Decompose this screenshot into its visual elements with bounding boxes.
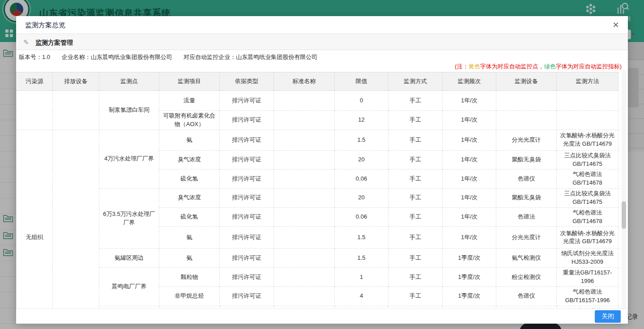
table-cell: 可吸附有机卤素化合物（AOX） <box>159 111 220 130</box>
table-cell <box>274 130 335 150</box>
section-header: ✎ 监测方案管理 <box>16 34 628 50</box>
table-header-cell: 监测方式 <box>388 72 443 91</box>
table-cell: 色谱仪 <box>496 287 557 306</box>
table-header-cell: 限值 <box>335 72 388 91</box>
table-row: 晨鸣电厂厂界颗粒物排污许可证1手工1季度/次粉尘检测仪重量法GB/T16157-… <box>17 268 618 287</box>
color-legend-note: (注：黄色字体为对应自动监控点，绿色字体为对应自动监控指标) <box>16 63 628 70</box>
close-icon[interactable]: ✕ <box>611 20 621 30</box>
table-cell: 排污许可证 <box>220 268 274 287</box>
table-cell: 气相色谱法 GB/T14678 <box>557 169 618 189</box>
table-cell: 次氯酸钠-水杨酸分光光度法 GB/T14679 <box>557 130 618 150</box>
close-button[interactable]: 关闭 <box>595 310 621 323</box>
table-cell: 手工 <box>388 227 443 249</box>
pen-icon: ✎ <box>23 34 29 51</box>
table-cell: 0.06 <box>335 207 388 227</box>
table-cell: 12 <box>335 111 388 130</box>
table-cell: 排污许可证 <box>220 287 274 306</box>
table-cell: 1年/次 <box>443 169 496 189</box>
table-cell: 手工 <box>388 207 443 227</box>
table-cell: 排污许可证 <box>220 91 274 111</box>
table-row: 氨罐区周边氨排污许可证1.5手工1季度/次氨气检测仪纳氏试剂分光光度法HJ533… <box>17 249 618 268</box>
table-cell: 聚酯无臭袋 <box>496 189 557 208</box>
table-cell: 臭气浓度 <box>159 189 220 208</box>
table-header-cell: 监测频次 <box>443 72 496 91</box>
table-cell: 气相色谱法 GB/T14678 <box>557 207 618 227</box>
table-cell: 三点比较式臭袋法 GB/T14675 <box>557 189 618 208</box>
table-row: 6万3.5万污水处理厂厂界臭气浓度排污许可证20手工1年/次聚酯无臭袋三点比较式… <box>17 189 618 208</box>
table-cell: 硫化氢 <box>159 207 220 227</box>
table-cell <box>557 111 618 130</box>
note-green: 绿色 <box>544 63 556 70</box>
section-title: 监测方案管理 <box>35 39 73 46</box>
version-label: 版本号： <box>19 54 42 60</box>
table-header-cell: 依据类型 <box>220 72 274 91</box>
plan-info-line: 版本号：1.0 企业名称：山东晨鸣纸业集团股份有限公司 对应自动监控企业：山东晨… <box>19 53 621 61</box>
table-cell <box>274 207 335 227</box>
table-header-row: 污染源排放设备监测点监测项目依据类型标准名称限值监测方式监测频次监测设备监测方法 <box>17 72 618 91</box>
table-cell: 排污许可证 <box>220 227 274 249</box>
table-cell: 1年/次 <box>443 150 496 169</box>
table-cell: 三点比较式臭袋法 GB/T14675 <box>557 150 618 169</box>
company-value: 山东晨鸣纸业集团股份有限公司 <box>91 54 172 60</box>
table-cell: 手工 <box>388 111 443 130</box>
table-cell: 臭气浓度 <box>159 150 220 169</box>
table-header-cell: 标准名称 <box>274 72 335 91</box>
table-cell: 0 <box>335 91 388 111</box>
table-cell: 手工 <box>388 249 443 268</box>
table-cell: 硫化氢 <box>159 169 220 189</box>
table-cell: 手工 <box>388 268 443 287</box>
table-cell <box>496 91 557 111</box>
table-header-cell: 监测项目 <box>159 72 220 91</box>
table-header-cell: 监测点 <box>99 72 159 91</box>
table-cell: 1季度/次 <box>443 268 496 287</box>
table-cell: 色谱仪 <box>496 169 557 189</box>
table-cell: 颗粒物 <box>159 268 220 287</box>
table-cell: 手工 <box>388 91 443 111</box>
table-cell: 分光光度计 <box>496 130 557 150</box>
table-cell: 排污许可证 <box>220 150 274 169</box>
table-cell: 1年/次 <box>443 130 496 150</box>
table-cell: 色谱法 <box>496 207 557 227</box>
plan-table-wrap: 污染源排放设备监测点监测项目依据类型标准名称限值监测方式监测频次监测设备监测方法… <box>16 72 628 311</box>
table-cell <box>17 91 53 130</box>
table-cell <box>274 111 335 130</box>
table-cell: 1季度/次 <box>443 287 496 306</box>
modal-scrollbar-thumb[interactable] <box>622 201 626 229</box>
table-cell: 分光光度计 <box>496 227 557 249</box>
table-cell <box>496 111 557 130</box>
note-yellow: 黄色 <box>469 63 480 70</box>
table-header-cell: 监测设备 <box>496 72 557 91</box>
table-cell: 氨 <box>159 249 220 268</box>
note-prefix: (注： <box>455 63 468 70</box>
modal-scrollbar-track[interactable] <box>622 69 626 322</box>
table-cell: 1.5 <box>335 227 388 249</box>
table-cell: 1年/次 <box>443 207 496 227</box>
table-cell: 制浆氯漂白车间 <box>99 91 159 130</box>
table-cell: 气相色谱法 GB/T16157-1996 <box>557 287 618 306</box>
table-cell <box>557 91 618 111</box>
table-cell <box>53 91 99 130</box>
table-cell <box>274 189 335 208</box>
table-cell <box>274 227 335 249</box>
table-cell <box>274 268 335 287</box>
table-cell: 手工 <box>388 130 443 150</box>
table-cell: 排污许可证 <box>220 189 274 208</box>
table-header-cell: 监测方法 <box>557 72 618 91</box>
table-cell: 4万污水处理厂厂界 <box>99 130 159 188</box>
table-cell: 排污许可证 <box>220 249 274 268</box>
table-cell: 1季度/次 <box>443 249 496 268</box>
table-cell: 重量法GB/T16157-1996 <box>557 268 618 287</box>
plan-table-body: 制浆氯漂白车间流量排污许可证0手工1年/次可吸附有机卤素化合物（AOX）排污许可… <box>17 91 618 312</box>
table-cell: 1年/次 <box>443 111 496 130</box>
table-cell: 1.5 <box>335 249 388 268</box>
table-cell: 20 <box>335 150 388 169</box>
table-cell <box>274 287 335 306</box>
table-row: 制浆氯漂白车间流量排污许可证0手工1年/次 <box>17 91 618 111</box>
modal-title: 监测方案总览 <box>16 16 628 34</box>
table-cell: 排污许可证 <box>220 111 274 130</box>
table-cell: 纳氏试剂分光光度法HJ533-2009 <box>557 249 618 268</box>
table-cell: 非甲烷总烃 <box>159 287 220 306</box>
table-cell: 手工 <box>388 287 443 306</box>
table-header-cell: 排放设备 <box>53 72 99 91</box>
monitoring-plan-modal: 监测方案总览 ✕ ✎ 监测方案管理 版本号：1.0 企业名称：山东晨鸣纸业集团股… <box>16 16 628 324</box>
